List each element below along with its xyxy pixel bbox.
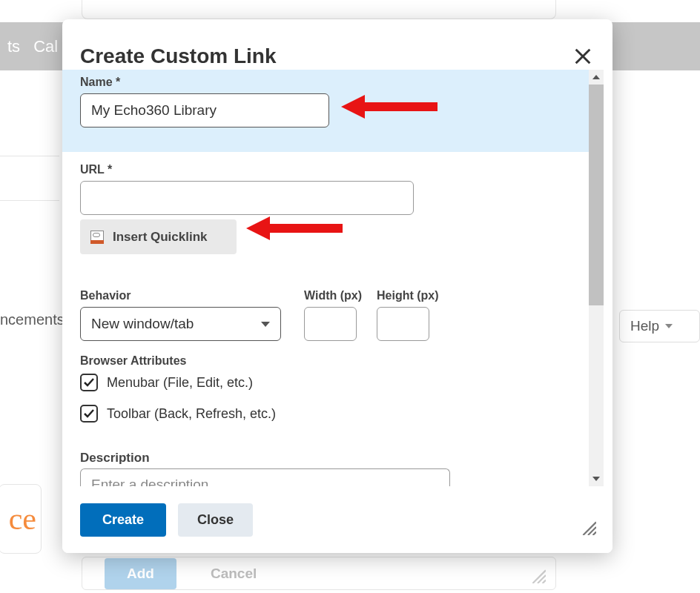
cancel-button[interactable]: Cancel [211,566,257,582]
chevron-down-icon [592,477,600,481]
dialog-title: Create Custom Link [80,44,277,68]
scroll-up-button[interactable] [589,70,604,85]
behavior-select[interactable]: New window/tab [80,307,281,341]
bg-topbar-item[interactable]: Cal [33,37,58,56]
close-button[interactable]: Close [178,503,253,537]
height-label: Height (px) [377,289,439,302]
menubar-checkbox-row[interactable]: Menubar (File, Edit, etc.) [80,374,253,391]
toolbar-checkbox-row[interactable]: Toolbar (Back, Refresh, etc.) [80,405,276,423]
url-label: URL * [80,163,112,176]
annotation-arrow-icon [246,219,343,237]
bg-divider [0,200,59,201]
width-label: Width (px) [304,289,362,302]
close-icon[interactable] [572,46,593,67]
insert-quicklink-button[interactable]: Insert Quicklink [80,219,237,254]
help-dropdown[interactable]: Help [619,310,700,342]
name-label: Name * [80,76,120,89]
toolbar-label: Toolbar (Back, Refresh, etc.) [107,406,276,422]
insert-quicklink-label: Insert Quicklink [113,230,208,245]
scrollbar-thumb[interactable] [589,85,604,305]
resize-grip-icon[interactable] [580,519,596,535]
annotation-arrow-icon [341,98,438,116]
behavior-label: Behavior [80,289,131,302]
create-custom-link-dialog: Create Custom Link Name * URL * Insert Q… [62,19,612,553]
bg-panel-top [82,0,556,19]
chevron-up-icon [592,75,600,79]
url-input[interactable] [80,181,414,215]
menubar-label: Menubar (File, Edit, etc.) [107,375,253,391]
bg-divider [0,156,59,156]
height-input[interactable] [377,307,429,341]
description-label: Description [80,451,150,466]
browser-attributes-label: Browser Attributes [80,354,186,368]
bg-topbar-item[interactable]: ts [7,37,20,56]
checkbox-checked-icon [80,374,98,391]
create-button[interactable]: Create [80,503,166,537]
resize-grip-icon [529,567,546,583]
checkbox-checked-icon [80,405,98,423]
bg-truncated-text: ncements [0,311,65,328]
svg-line-7 [593,532,596,535]
bg-ce-badge: ce [0,484,42,554]
add-button[interactable]: Add [105,558,176,589]
quicklink-icon [90,231,104,244]
svg-line-2 [543,580,546,583]
scroll-down-button[interactable] [589,471,604,486]
bg-action-bar: Add Cancel [82,557,556,590]
dialog-footer: Create Close [62,486,612,553]
width-input[interactable] [304,307,357,341]
name-input[interactable] [80,93,329,127]
